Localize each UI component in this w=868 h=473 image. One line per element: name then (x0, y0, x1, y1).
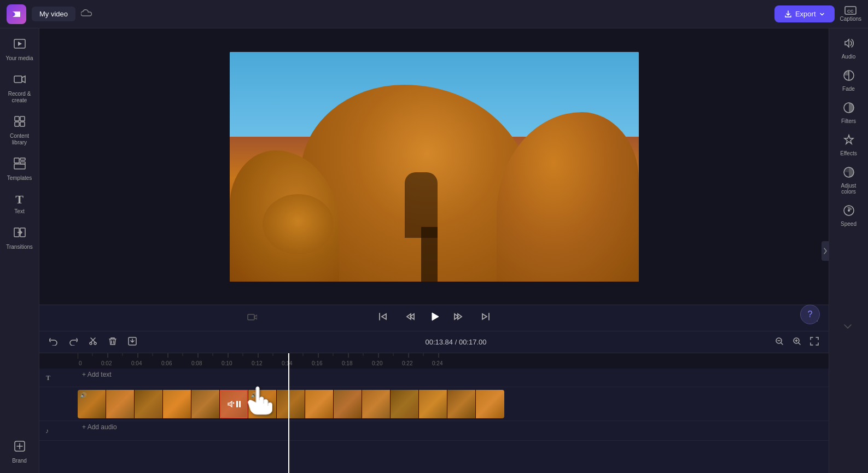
audio-track-content: + Add audio (78, 421, 829, 440)
timeline-toolbar: 00:13.84 / 00:17.00 (39, 331, 829, 353)
svg-rect-4 (14, 76, 22, 83)
timeline-zoom-controls (772, 335, 822, 349)
timeline-area: 00:13.84 / 00:17.00 (39, 331, 829, 473)
right-sidebar-effects[interactable]: Effects (831, 130, 866, 161)
skip-to-end-button[interactable] (476, 310, 495, 326)
right-sidebar: Audio Fade Filters (829, 28, 868, 473)
redo-button[interactable] (66, 335, 81, 350)
help-button[interactable]: ? (800, 305, 820, 324)
text-track-label: T (39, 373, 78, 382)
video-track-row: 🔊 (39, 387, 829, 421)
add-text-button[interactable]: + Add text (78, 369, 116, 381)
video-preview-area: 16:9 (39, 28, 829, 305)
effects-label: Effects (840, 150, 857, 156)
svg-text:0:20: 0:20 (372, 360, 383, 366)
your-media-label: Your media (5, 55, 33, 62)
svg-text:0:10: 0:10 (222, 360, 232, 366)
content-library-label: Content library (5, 133, 34, 146)
right-panel-chevron[interactable] (844, 321, 852, 331)
right-sidebar-speed[interactable]: Speed (831, 200, 866, 231)
svg-rect-9 (14, 158, 19, 163)
svg-rect-0 (15, 13, 20, 16)
project-name-button[interactable]: My video (32, 7, 75, 21)
left-sidebar: Your media Record & create Content lib (0, 28, 39, 473)
content-library-icon (13, 115, 26, 131)
right-sidebar-adjust-colors[interactable]: Adjust colors (831, 162, 866, 199)
center-area: 16:9 (39, 28, 829, 473)
fade-icon (843, 69, 855, 84)
svg-rect-63 (236, 401, 238, 407)
fast-forward-button[interactable] (449, 310, 468, 326)
adjust-colors-icon (843, 166, 855, 181)
fade-label: Fade (842, 86, 855, 92)
svg-text:T: T (46, 374, 50, 381)
video-canvas-inner (230, 52, 639, 282)
right-panel-collapse-button[interactable] (822, 241, 829, 261)
add-audio-button[interactable]: + Add audio (78, 421, 121, 433)
playback-controls (39, 305, 829, 331)
video-clip-full[interactable]: 🔊 (78, 390, 504, 418)
svg-rect-16 (248, 314, 254, 320)
delete-button[interactable] (105, 335, 120, 350)
svg-text:0: 0 (79, 360, 82, 366)
svg-text:CC: CC (847, 9, 854, 14)
svg-rect-8 (20, 122, 25, 126)
audio-track-row: ♪ + Add audio (39, 421, 829, 441)
skip-to-start-button[interactable] (374, 310, 392, 326)
filters-icon (843, 102, 855, 116)
svg-text:0:12: 0:12 (252, 360, 263, 366)
save-icon-button[interactable] (125, 335, 140, 350)
svg-text:0:08: 0:08 (191, 360, 202, 366)
svg-text:0:22: 0:22 (402, 360, 413, 366)
captions-button[interactable]: CC Captions (840, 6, 861, 22)
filters-label: Filters (841, 118, 856, 124)
sidebar-item-text[interactable]: T Text (2, 188, 37, 219)
speed-icon (843, 205, 855, 219)
add-audio-label: + Add audio (82, 423, 117, 431)
effects-icon (843, 134, 855, 149)
video-track-content: 🔊 (78, 387, 829, 421)
sidebar-item-transitions[interactable]: Transitions (2, 221, 37, 255)
top-bar: My video Export CC Captions (0, 0, 868, 28)
export-button[interactable]: Export (774, 5, 835, 22)
svg-rect-7 (15, 122, 19, 126)
svg-text:0:14: 0:14 (282, 360, 293, 366)
svg-text:0:24: 0:24 (432, 360, 443, 366)
record-create-icon (13, 73, 26, 89)
svg-rect-12 (14, 164, 25, 169)
cut-button[interactable] (85, 335, 101, 350)
your-media-icon (13, 37, 26, 54)
captions-label: Captions (840, 16, 861, 22)
sidebar-item-templates[interactable]: Templates (2, 153, 37, 186)
svg-point-70 (848, 209, 850, 212)
play-button[interactable] (428, 311, 440, 326)
right-sidebar-audio[interactable]: Audio (831, 33, 866, 64)
templates-label: Templates (7, 175, 32, 182)
sidebar-item-your-media[interactable]: Your media (2, 33, 37, 66)
speed-label: Speed (841, 221, 857, 227)
audio-label: Audio (842, 54, 856, 60)
add-text-label: + Add text (82, 371, 112, 378)
right-sidebar-fade[interactable]: Fade (831, 65, 866, 96)
svg-rect-6 (20, 116, 25, 121)
sidebar-item-content-library[interactable]: Content library (2, 110, 37, 150)
svg-text:♪: ♪ (45, 427, 49, 434)
zoom-out-button[interactable] (772, 335, 787, 349)
main-layout: Your media Record & create Content lib (0, 28, 868, 473)
text-label: Text (14, 208, 24, 215)
track-section: T + Add text (39, 369, 829, 473)
svg-text:0:06: 0:06 (161, 360, 172, 366)
fit-timeline-button[interactable] (807, 335, 822, 349)
undo-button[interactable] (46, 335, 61, 350)
adjust-colors-label: Adjust colors (834, 183, 864, 195)
rewind-button[interactable] (401, 310, 420, 326)
right-sidebar-filters[interactable]: Filters (831, 97, 866, 129)
screen-capture-icon (247, 313, 257, 324)
record-create-label: Record & create (5, 91, 34, 104)
timeline-time-display: 00:13.84 / 00:17.00 (144, 338, 767, 346)
sidebar-item-record-create[interactable]: Record & create (2, 68, 37, 108)
mute-clip-overlay[interactable] (220, 390, 248, 418)
sidebar-item-brand-kit[interactable]: Brand (2, 435, 37, 469)
zoom-in-button[interactable] (789, 335, 805, 349)
cloud-save-icon (81, 8, 92, 20)
